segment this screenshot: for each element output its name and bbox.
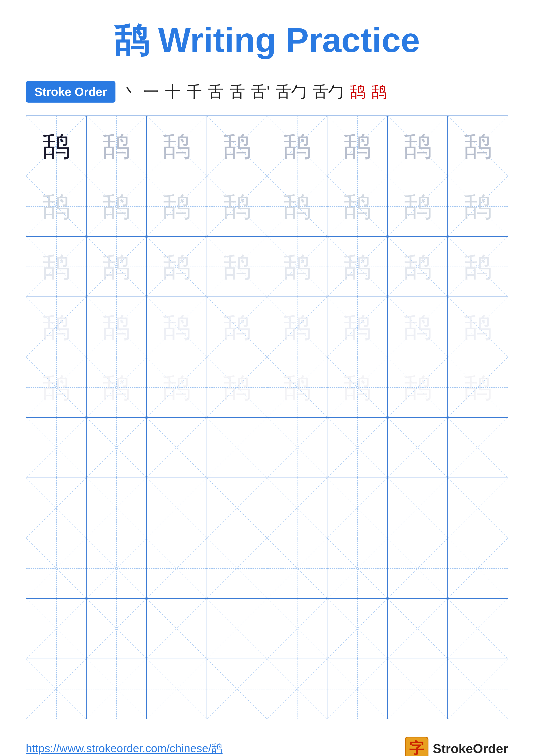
- grid-cell[interactable]: [207, 659, 267, 719]
- grid-cell[interactable]: [26, 418, 87, 478]
- page: 鸹 Writing Practice Stroke Order 丶 一 十 千 …: [0, 0, 534, 756]
- grid-cell[interactable]: 鸹: [327, 357, 388, 418]
- grid-cell[interactable]: [447, 418, 508, 478]
- grid-cell[interactable]: [267, 538, 327, 599]
- grid-cell[interactable]: 鸹: [26, 236, 87, 297]
- grid-cell[interactable]: [447, 478, 508, 538]
- grid-cell[interactable]: [146, 599, 207, 659]
- grid-cell[interactable]: 鸹: [87, 116, 147, 176]
- grid-cell[interactable]: 鸹: [388, 116, 448, 176]
- grid-cell[interactable]: [26, 599, 87, 659]
- practice-char: 鸹: [464, 192, 492, 220]
- grid-cell[interactable]: [267, 659, 327, 719]
- grid-cell[interactable]: 鸹: [267, 357, 327, 418]
- grid-cell[interactable]: [146, 418, 207, 478]
- footer: https://www.strokeorder.com/chinese/鸹 字 …: [26, 719, 508, 756]
- grid-cell[interactable]: 鸹: [447, 357, 508, 418]
- grid-cell[interactable]: 鸹: [267, 176, 327, 236]
- grid-cell[interactable]: 鸹: [267, 116, 327, 176]
- grid-cell[interactable]: 鸹: [267, 236, 327, 297]
- practice-char: 鸹: [343, 132, 371, 160]
- grid-cell[interactable]: [447, 599, 508, 659]
- practice-char: 鸹: [42, 373, 70, 401]
- grid-cell[interactable]: 鸹: [207, 297, 267, 357]
- grid-cell[interactable]: [87, 659, 147, 719]
- grid-cell[interactable]: 鸹: [26, 297, 87, 357]
- grid-cell[interactable]: [87, 599, 147, 659]
- grid-cell[interactable]: 鸹: [87, 236, 147, 297]
- grid-cell[interactable]: 鸹: [87, 176, 147, 236]
- grid-cell[interactable]: [388, 538, 448, 599]
- grid-cell[interactable]: 鸹: [146, 297, 207, 357]
- grid-cell[interactable]: [267, 478, 327, 538]
- grid-cell[interactable]: 鸹: [87, 297, 147, 357]
- grid-cell[interactable]: [327, 659, 388, 719]
- grid-cell[interactable]: [26, 478, 87, 538]
- grid-cell[interactable]: 鸹: [207, 116, 267, 176]
- grid-cell[interactable]: [388, 478, 448, 538]
- practice-char: 鸹: [102, 313, 130, 341]
- grid-cell[interactable]: [267, 418, 327, 478]
- practice-char: 鸹: [163, 253, 191, 281]
- grid-cell[interactable]: [207, 478, 267, 538]
- grid-row-10: [26, 659, 508, 719]
- grid-row-4: 鸹 鸹 鸹 鸹 鸹 鸹 鸹: [26, 297, 508, 357]
- grid-cell[interactable]: 鸹: [87, 357, 147, 418]
- grid-cell[interactable]: [327, 418, 388, 478]
- grid-cell[interactable]: 鸹: [207, 236, 267, 297]
- grid-cell[interactable]: [146, 478, 207, 538]
- grid-cell[interactable]: 鸹: [327, 176, 388, 236]
- grid-cell[interactable]: [26, 538, 87, 599]
- stroke-step-6: 舌: [230, 81, 245, 102]
- grid-cell[interactable]: [267, 599, 327, 659]
- grid-cell[interactable]: [327, 599, 388, 659]
- grid-cell[interactable]: 鸹: [447, 236, 508, 297]
- grid-cell[interactable]: [87, 478, 147, 538]
- grid-cell[interactable]: 鸹: [327, 297, 388, 357]
- grid-cell[interactable]: 鸹: [146, 357, 207, 418]
- grid-cell[interactable]: 鸹: [388, 176, 448, 236]
- grid-cell[interactable]: [87, 418, 147, 478]
- practice-char: 鸹: [404, 192, 432, 220]
- grid-cell[interactable]: [327, 478, 388, 538]
- grid-cell[interactable]: 鸹: [207, 357, 267, 418]
- grid-cell[interactable]: 鸹: [327, 116, 388, 176]
- grid-cell[interactable]: [447, 659, 508, 719]
- grid-cell[interactable]: 鸹: [146, 116, 207, 176]
- grid-cell[interactable]: [388, 659, 448, 719]
- practice-char: 鸹: [163, 373, 191, 401]
- grid-cell[interactable]: [146, 659, 207, 719]
- grid-cell[interactable]: 鸹: [146, 176, 207, 236]
- grid-cell[interactable]: 鸹: [388, 297, 448, 357]
- grid-cell[interactable]: 鸹: [388, 357, 448, 418]
- stroke-step-5: 舌: [208, 81, 224, 102]
- grid-cell[interactable]: [447, 538, 508, 599]
- grid-cell[interactable]: 鸹: [26, 357, 87, 418]
- stroke-step-2: 一: [143, 81, 159, 102]
- practice-char: 鸹: [464, 132, 492, 160]
- footer-logo-text: StrokeOrder: [433, 741, 508, 756]
- grid-cell[interactable]: 鸹: [26, 116, 87, 176]
- grid-cell[interactable]: 鸹: [447, 176, 508, 236]
- grid-cell[interactable]: [87, 538, 147, 599]
- grid-cell[interactable]: [26, 659, 87, 719]
- practice-char: 鸹: [42, 313, 70, 341]
- grid-cell[interactable]: 鸹: [447, 297, 508, 357]
- grid-cell[interactable]: 鸹: [26, 176, 87, 236]
- grid-cell[interactable]: 鸹: [327, 236, 388, 297]
- grid-cell[interactable]: [388, 599, 448, 659]
- grid-cell[interactable]: [327, 538, 388, 599]
- footer-url-link[interactable]: https://www.strokeorder.com/chinese/鸹: [26, 741, 222, 756]
- grid-cell[interactable]: 鸹: [207, 176, 267, 236]
- grid-cell[interactable]: 鸹: [146, 236, 207, 297]
- grid-cell[interactable]: [388, 418, 448, 478]
- grid-cell[interactable]: [207, 418, 267, 478]
- grid-cell[interactable]: [207, 538, 267, 599]
- stroke-order-row: Stroke Order 丶 一 十 千 舌 舌 舌' 舌勹 舌勹 鸹 鸹: [26, 81, 508, 103]
- grid-cell[interactable]: 鸹: [388, 236, 448, 297]
- grid-cell[interactable]: 鸹: [447, 116, 508, 176]
- grid-cell[interactable]: [146, 538, 207, 599]
- grid-cell[interactable]: 鸹: [267, 297, 327, 357]
- grid-row-8: [26, 538, 508, 599]
- grid-cell[interactable]: [207, 599, 267, 659]
